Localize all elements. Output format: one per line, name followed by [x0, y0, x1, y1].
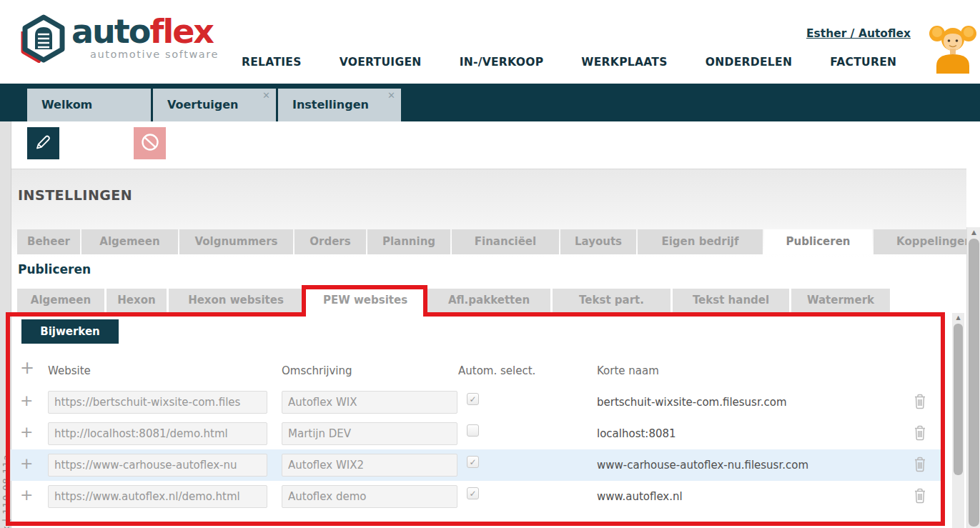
- website-input[interactable]: [48, 422, 267, 445]
- brand-name: autoflex: [71, 14, 219, 49]
- settings-tab-publiceren[interactable]: Publiceren: [764, 229, 872, 254]
- column-header-autom-select: Autom. select.: [458, 364, 535, 377]
- subtab-watermerk[interactable]: Watermerk: [791, 289, 890, 312]
- delete-row-button[interactable]: [913, 456, 927, 476]
- autom-select-checkbox[interactable]: [467, 424, 479, 437]
- table-row: + localhost:8081: [11, 418, 941, 449]
- nav-facturen[interactable]: FACTUREN: [830, 56, 896, 69]
- page-title: INSTELLINGEN: [18, 187, 132, 203]
- logo-text: autoflex automotive software: [71, 14, 219, 60]
- delete-row-button[interactable]: [913, 424, 927, 444]
- tab-instellingen[interactable]: Instellingen ✕: [278, 89, 401, 121]
- autoflex-logo[interactable]: autoflex automotive software: [20, 14, 219, 66]
- description-input[interactable]: [282, 454, 457, 477]
- scroll-up-icon[interactable]: ▲: [952, 315, 964, 321]
- prohibition-icon: [139, 131, 161, 156]
- description-input[interactable]: [282, 391, 457, 414]
- add-row-icon[interactable]: +: [20, 454, 33, 472]
- close-icon[interactable]: ✕: [387, 91, 395, 100]
- settings-tab-planning[interactable]: Planning: [367, 229, 450, 254]
- add-row-icon[interactable]: +: [20, 423, 33, 441]
- website-input[interactable]: [48, 454, 267, 477]
- short-name-value: www.autoflex.nl: [597, 481, 683, 512]
- subtab-algemeen[interactable]: Algemeen: [17, 289, 104, 312]
- user-avatar[interactable]: [928, 17, 978, 76]
- table-header: + Website Omschrijving Autom. select. Ko…: [11, 361, 941, 382]
- autoflex-logo-icon: [20, 14, 67, 66]
- short-name-value: bertschuit-wixsite-com.filesusr.com: [597, 387, 787, 418]
- open-tabs-bar: Welkom Voertuigen ✕ Instellingen ✕: [0, 84, 980, 121]
- brand-tagline: automotive software: [90, 49, 219, 60]
- close-icon[interactable]: ✕: [262, 91, 270, 100]
- settings-tabs: Beheer Algemeen Volgnummers Orders Plann…: [17, 229, 966, 254]
- check-icon: ✓: [469, 394, 476, 404]
- table-row-selected: + ✓ www-carhouse-autoflex-nu.filesusr.co…: [11, 449, 941, 481]
- autom-select-checkbox[interactable]: ✓: [467, 456, 479, 468]
- settings-tab-koppelingen[interactable]: Koppelingen: [873, 229, 966, 254]
- tab-welkom[interactable]: Welkom: [27, 89, 151, 121]
- check-icon: ✓: [469, 489, 476, 499]
- check-icon: ✓: [469, 457, 476, 467]
- short-name-value: www-carhouse-autoflex-nu.filesusr.com: [597, 449, 808, 481]
- brand-auto: auto: [71, 12, 149, 51]
- subtab-afl-pakketten[interactable]: Afl.pakketten: [427, 289, 550, 312]
- settings-tab-financieel[interactable]: Financiëel: [452, 229, 559, 254]
- section-title: Publiceren: [18, 262, 91, 277]
- column-header-korte-naam: Korte naam: [597, 364, 659, 377]
- description-input[interactable]: [282, 422, 457, 445]
- block-button[interactable]: [134, 127, 166, 159]
- scrollbar-thumb[interactable]: [969, 239, 979, 527]
- scrollbar-thumb[interactable]: [954, 324, 963, 475]
- settings-tab-algemeen[interactable]: Algemeen: [81, 229, 178, 254]
- user-account-link[interactable]: Esther / Autoflex: [806, 27, 911, 40]
- scroll-up-icon[interactable]: ▲: [967, 229, 980, 236]
- delete-row-button[interactable]: [913, 487, 927, 507]
- tab-voertuigen[interactable]: Voertuigen ✕: [153, 89, 276, 121]
- add-row-icon[interactable]: +: [20, 358, 34, 378]
- bijwerken-button[interactable]: Bijwerken: [21, 319, 119, 344]
- delete-row-button[interactable]: [913, 393, 927, 413]
- tab-voertuigen-label: Voertuigen: [167, 98, 238, 111]
- settings-tab-orders[interactable]: Orders: [295, 229, 366, 254]
- table-row: + ✓ www.autoflex.nl: [11, 481, 941, 512]
- column-header-website: Website: [48, 364, 91, 377]
- add-row-icon[interactable]: +: [20, 392, 33, 409]
- table-row: + ✓ bertschuit-wixsite-com.filesusr.com: [11, 387, 941, 418]
- tab-instellingen-label: Instellingen: [292, 98, 369, 111]
- nav-relaties[interactable]: RELATIES: [242, 56, 302, 69]
- brand-flex: flex: [149, 12, 213, 51]
- header: autoflex automotive software RELATIES VO…: [0, 0, 980, 84]
- inner-scrollbar[interactable]: ▲: [952, 313, 964, 528]
- tab-welkom-label: Welkom: [41, 98, 92, 111]
- subtab-hexon[interactable]: Hexon: [107, 289, 167, 312]
- website-input[interactable]: [48, 485, 267, 508]
- subtab-tekst-part[interactable]: Tekst part.: [553, 289, 670, 312]
- nav-werkplaats[interactable]: WERKPLAATS: [581, 56, 667, 69]
- subtab-hexon-websites[interactable]: Hexon websites: [169, 289, 303, 312]
- nav-onderdelen[interactable]: ONDERDELEN: [706, 56, 792, 69]
- main-nav: RELATIES VOERTUIGEN IN-/VERKOOP WERKPLAA…: [242, 56, 896, 69]
- app-window: autoflex automotive software RELATIES VO…: [0, 0, 980, 528]
- subtab-pew-websites[interactable]: PEW websites: [305, 289, 425, 312]
- short-name-value: localhost:8081: [597, 418, 676, 449]
- subtab-tekst-handel[interactable]: Tekst handel: [673, 289, 789, 312]
- autom-select-checkbox[interactable]: ✓: [467, 487, 479, 499]
- outer-scrollbar[interactable]: ▲: [966, 227, 980, 528]
- nav-in-verkoop[interactable]: IN-/VERKOOP: [460, 56, 544, 69]
- description-input[interactable]: [282, 485, 457, 508]
- settings-tab-eigen-bedrijf[interactable]: Eigen bedrijf: [638, 229, 763, 254]
- edit-button[interactable]: [27, 127, 59, 159]
- pencil-icon: [34, 132, 53, 154]
- nav-voertuigen[interactable]: VOERTUIGEN: [340, 56, 422, 69]
- settings-tab-beheer[interactable]: Beheer: [17, 229, 80, 254]
- column-header-omschrijving: Omschrijving: [282, 364, 352, 377]
- version-text: x | 110.08.11a: [1, 454, 11, 528]
- settings-tab-volgnummers[interactable]: Volgnummers: [179, 229, 293, 254]
- publiceren-subtabs: Algemeen Hexon Hexon websites PEW websit…: [17, 289, 890, 312]
- settings-tab-layouts[interactable]: Layouts: [560, 229, 636, 254]
- add-row-icon[interactable]: +: [20, 486, 33, 504]
- autom-select-checkbox[interactable]: ✓: [467, 393, 479, 405]
- website-input[interactable]: [48, 391, 267, 414]
